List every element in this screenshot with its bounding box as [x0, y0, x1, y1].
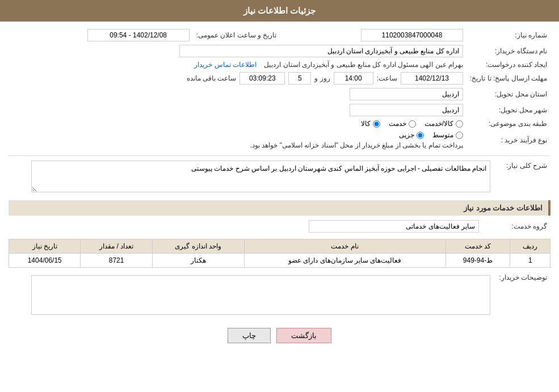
description-label: شرح کلی نیاز: [494, 159, 550, 196]
col-quantity: تعداد / مقدار [81, 239, 152, 254]
buyer-org-field: اداره کل منابع طبیعی و آبخیزداری استان ا… [179, 45, 463, 57]
col-date: تاریخ نیاز [9, 239, 81, 254]
col-unit: واحد اندازه گیری [152, 239, 244, 254]
buyer-notes-field [31, 275, 490, 315]
category-khedmat-label: خدمت [389, 120, 406, 128]
col-code: کد خدمت [445, 239, 510, 254]
creator-label: ایجاد کننده درخواست: [466, 59, 550, 70]
deadline-date-field: 1402/12/13 [401, 72, 463, 85]
deadline-remaining-field: 03:09:23 [239, 72, 285, 85]
page-title: جزئیات اطلاعات نیاز [243, 6, 316, 15]
cell-date: 1404/06/15 [9, 254, 81, 268]
need-number-label: شماره نیاز: [466, 27, 550, 43]
page-container: جزئیات اطلاعات نیاز شماره نیاز: 11020038… [0, 0, 559, 392]
purchase-jozi-option[interactable]: جزیی [399, 131, 424, 139]
back-button[interactable]: بازگشت [276, 328, 331, 343]
services-section-title: اطلاعات خدمات مورد نیاز [9, 200, 550, 216]
page-header: جزئیات اطلاعات نیاز [0, 0, 559, 22]
buyer-notes-label: توضیحات خریدار: [494, 271, 550, 319]
deadline-remaining-label: ساعت باقی مانده [187, 74, 237, 82]
purchase-mottavaset-radio[interactable] [456, 132, 463, 139]
description-textarea[interactable] [31, 161, 490, 192]
category-kala-label: کالا [361, 120, 371, 128]
purchase-jozi-label: جزیی [399, 131, 414, 139]
category-khedmat-option[interactable]: خدمت [389, 120, 416, 128]
buyer-notes-cell [9, 271, 494, 319]
city-field: اردبیل [350, 104, 463, 116]
category-kala-khedmat-radio[interactable] [456, 120, 463, 128]
category-kala-option[interactable]: کالا [361, 120, 380, 128]
deadline-row: 1402/12/13 ساعت: 14:00 روز و 5 03:09:23 … [9, 70, 466, 86]
announcement-value: 1402/12/08 - 09:54 [9, 27, 193, 43]
services-table: ردیف کد خدمت نام خدمت واحد اندازه گیری ت… [9, 239, 550, 268]
announcement-field: 1402/12/08 - 09:54 [87, 29, 190, 41]
city-value: اردبیل [9, 102, 466, 118]
city-label: شهر محل تحویل: [466, 102, 550, 118]
category-kala-khedmat-option[interactable]: کالا/خدمت [424, 120, 463, 128]
deadline-days-label: روز و [314, 74, 330, 82]
description-cell [9, 159, 494, 196]
deadline-days-field: 5 [288, 72, 311, 85]
province-field: اردبیل [350, 88, 463, 100]
buyer-org-value: اداره کل منابع طبیعی و آبخیزداری استان ا… [9, 43, 466, 59]
province-value: اردبیل [9, 86, 466, 102]
print-button[interactable]: چاپ [228, 328, 271, 343]
need-number-field: 1102003847000048 [361, 29, 463, 41]
purchase-jozi-radio[interactable] [417, 132, 424, 139]
description-table: شرح کلی نیاز: [9, 159, 550, 196]
purchase-mottavaset-option[interactable]: متوسط [432, 131, 463, 139]
purchase-note: پرداخت تمام یا بخشی از مبلغ خریدار از مح… [250, 141, 463, 149]
contact-link[interactable]: اطلاعات تماس خریدار [194, 61, 257, 69]
category-kala-radio[interactable] [373, 120, 380, 128]
service-group-table: گروه خدمت: سایر فعالیت‌های خدماتی [9, 218, 550, 234]
buyer-org-label: نام دستگاه خریدار: [466, 43, 550, 59]
content-area: شماره نیاز: 1102003847000048 تاریخ و ساع… [0, 22, 559, 357]
service-group-label: گروه خدمت: [482, 218, 550, 234]
creator-value: بهرام عین الهی مسئول اداره کل منابع طبیع… [9, 59, 466, 70]
deadline-time-label: ساعت: [377, 74, 397, 82]
category-khedmat-radio[interactable] [409, 120, 416, 128]
basic-info-table: شماره نیاز: 1102003847000048 تاریخ و ساع… [9, 27, 550, 151]
creator-text: بهرام عین الهی مسئول اداره کل منابع طبیع… [264, 61, 463, 69]
cell-code: ط-94-949 [445, 254, 510, 268]
buttons-row: بازگشت چاپ [9, 328, 550, 343]
purchase-type-row: متوسط جزیی پرداخت تمام یا بخشی از مبلغ خ… [9, 129, 466, 151]
col-row: ردیف [510, 239, 550, 254]
need-number-value: 1102003847000048 [282, 27, 466, 43]
table-row: 1ط-94-949فعالیت‌های سایر سازمان‌های دارا… [9, 254, 550, 268]
service-group-value: سایر فعالیت‌های خدماتی [9, 218, 482, 234]
col-name: نام خدمت [244, 239, 445, 254]
purchase-mottavaset-label: متوسط [432, 131, 453, 139]
cell-row: 1 [510, 254, 550, 268]
cell-quantity: 8721 [81, 254, 152, 268]
deadline-label: مهلت ارسال پاسخ: تا تاریخ: [466, 70, 550, 86]
deadline-time-field: 14:00 [334, 72, 373, 85]
category-row: کالا/خدمت خدمت کالا [9, 118, 466, 129]
buyer-notes-table: توضیحات خریدار: [9, 271, 550, 319]
purchase-type-label: نوع فرآیند خرید : [466, 129, 550, 151]
category-label: طبقه بندی موضوعی: [466, 118, 550, 129]
announcement-label: تاریخ و ساعت اعلان عمومی: [193, 27, 283, 43]
province-label: استان محل تحویل: [466, 86, 550, 102]
service-group-field: سایر فعالیت‌های خدماتی [309, 220, 479, 233]
category-kala-khedmat-label: کالا/خدمت [424, 120, 453, 128]
cell-name: فعالیت‌های سایر سازمان‌های دارای عضو [244, 254, 445, 268]
cell-unit: هکتار [152, 254, 244, 268]
divider-1 [9, 155, 550, 156]
